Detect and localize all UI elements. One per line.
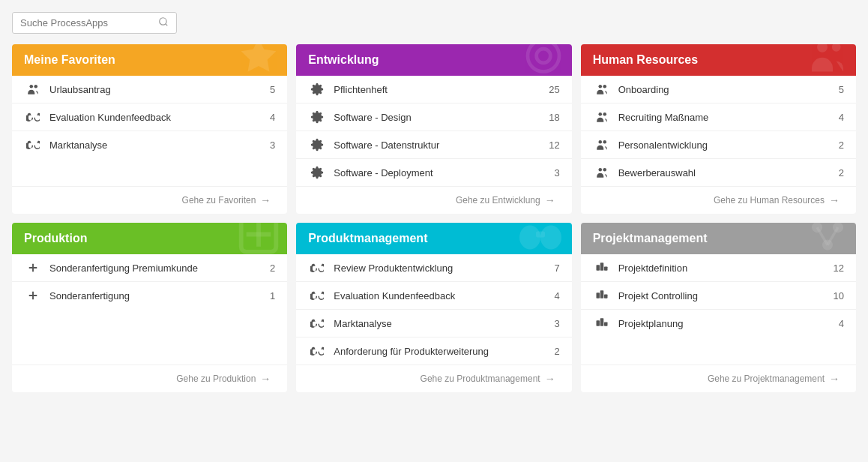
item-count: 2	[839, 167, 844, 178]
svg-point-15	[598, 168, 602, 172]
card-footer-projektmanagement[interactable]: Gehe zu Projektmanagement→	[581, 364, 856, 392]
list-item[interactable]: Sonderanfertigung1	[12, 282, 287, 309]
item-count: 4	[554, 290, 559, 302]
item-count: 3	[270, 140, 275, 151]
item-count: 3	[554, 318, 559, 329]
people-icon	[593, 82, 611, 96]
card-footer-entwicklung[interactable]: Gehe zu Entwicklung→	[296, 186, 571, 214]
card-body-produktion: Sonderanfertigung Premiumkunde2 Sonderan…	[12, 254, 287, 364]
list-item[interactable]: Urlaubsantrag5	[12, 76, 287, 104]
card-footer-favoriten[interactable]: Gehe zu Favoriten→	[12, 186, 287, 214]
list-item[interactable]: Projektdefinition12	[581, 254, 856, 282]
arrow-icon: →	[829, 194, 840, 206]
card-body-entwicklung: Pflichtenheft25 Software - Design18 Soft…	[296, 76, 571, 186]
people-icon	[593, 110, 611, 124]
card-header-human: Human Resources	[581, 44, 856, 76]
list-item[interactable]: Software - Deployment3	[296, 159, 571, 186]
card-title-produktion: Produktion	[24, 232, 87, 245]
search-icon	[158, 16, 169, 29]
item-label: Pflichtenheft	[334, 84, 549, 95]
item-label: Projektplanung	[618, 318, 839, 329]
svg-point-14	[603, 140, 606, 144]
card-header-icon-entwicklung	[522, 44, 564, 76]
card-title-projektmanagement: Projektmanagement	[593, 232, 708, 245]
svg-point-3	[34, 85, 38, 88]
arrow-icon: →	[545, 194, 555, 206]
list-item[interactable]: Anforderung für Produkterweiterung2	[296, 338, 571, 364]
card-footer-human[interactable]: Gehe zu Human Resources→	[581, 186, 856, 214]
card-title-entwicklung: Entwicklung	[308, 53, 379, 67]
item-count: 4	[270, 112, 275, 123]
card-header-icon-produktion	[238, 223, 280, 254]
svg-rect-40	[604, 322, 608, 326]
people-icon	[593, 138, 611, 152]
card-favoriten: Meine Favoriten Urlaubsantrag5 Evaluatio…	[12, 44, 287, 214]
item-count: 4	[839, 318, 844, 329]
binoculars-icon	[308, 261, 326, 274]
search-bar[interactable]	[12, 12, 177, 34]
list-item[interactable]: Bewerberauswahl2	[581, 159, 856, 186]
plus-icon	[24, 261, 42, 274]
gear-icon	[308, 138, 326, 152]
item-count: 12	[834, 262, 844, 274]
item-label: Anforderung für Produkterweiterung	[334, 346, 554, 357]
svg-point-10	[603, 85, 606, 88]
svg-point-7	[817, 44, 828, 52]
svg-rect-37	[604, 295, 608, 298]
binoculars-icon	[24, 138, 42, 152]
list-item[interactable]: Evaluation Kundenfeedback4	[12, 104, 287, 131]
footer-label: Gehe zu Human Resources	[714, 195, 825, 206]
list-item[interactable]: Software - Design18	[296, 104, 571, 131]
list-item[interactable]: Marktanalyse3	[296, 310, 571, 338]
svg-point-8	[832, 44, 841, 52]
list-item[interactable]: Evaluation Kundenfeedback4	[296, 282, 571, 310]
list-item[interactable]: Recruiting Maßname4	[581, 104, 856, 131]
list-item[interactable]: Personalentwicklung2	[581, 131, 856, 159]
card-header-produktion: Produktion	[12, 223, 287, 254]
search-input[interactable]	[20, 17, 158, 28]
gear-icon	[308, 82, 326, 96]
item-count: 5	[270, 84, 275, 95]
item-label: Software - Design	[334, 112, 549, 123]
card-human: Human Resources Onboarding5 Recruiting M…	[581, 44, 856, 214]
card-footer-produktion[interactable]: Gehe zu Produktion→	[12, 364, 287, 392]
item-label: Evaluation Kundenfeedback	[49, 112, 270, 123]
item-label: Sonderanfertigung	[49, 290, 270, 302]
card-footer-produktmanagement[interactable]: Gehe zu Produktmanagement→	[296, 364, 571, 392]
binoculars-icon	[308, 289, 326, 302]
cards-grid: Meine Favoriten Urlaubsantrag5 Evaluatio…	[12, 44, 856, 392]
item-count: 12	[549, 140, 559, 151]
item-count: 5	[839, 84, 844, 95]
proj-icon	[593, 289, 611, 302]
list-item[interactable]: Onboarding5	[581, 76, 856, 104]
svg-rect-33	[600, 262, 603, 271]
item-count: 3	[554, 167, 559, 178]
svg-rect-26	[536, 232, 545, 238]
item-count: 7	[554, 262, 559, 274]
list-item[interactable]: Projekt Controlling10	[581, 282, 856, 310]
footer-label: Gehe zu Produktion	[176, 374, 256, 384]
footer-label: Gehe zu Produktmanagement	[421, 374, 540, 384]
list-item[interactable]: Pflichtenheft25	[296, 76, 571, 104]
list-item[interactable]: Review Produktentwicklung7	[296, 254, 571, 282]
people-icon	[593, 166, 611, 179]
item-count: 25	[549, 84, 559, 95]
card-header-icon-produktmanagement	[516, 223, 564, 254]
card-header-icon-human	[807, 44, 849, 76]
svg-point-13	[598, 140, 602, 144]
svg-point-11	[598, 112, 602, 116]
footer-label: Gehe zu Favoriten	[182, 195, 256, 206]
svg-point-12	[603, 112, 606, 116]
list-item[interactable]: Sonderanfertigung Premiumkunde2	[12, 254, 287, 282]
item-label: Personalentwicklung	[618, 140, 839, 151]
arrow-icon: →	[545, 373, 555, 385]
svg-line-30	[817, 227, 828, 244]
plus-icon	[24, 289, 42, 302]
list-item[interactable]: Marktanalyse3	[12, 131, 287, 158]
list-item[interactable]: Projektplanung4	[581, 310, 856, 337]
gear-icon	[308, 166, 326, 179]
item-label: Marktanalyse	[49, 140, 270, 151]
svg-point-9	[598, 85, 602, 88]
list-item[interactable]: Software - Datenstruktur12	[296, 131, 571, 159]
card-title-produktmanagement: Produktmanagement	[308, 232, 427, 245]
